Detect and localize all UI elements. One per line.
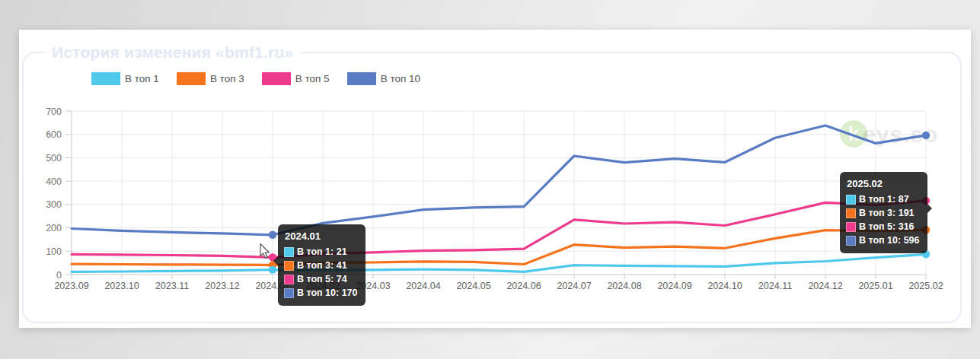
y-axis-label: 600 [46,129,62,140]
tooltip-row: В топ 1: 87 [846,194,920,205]
x-axis-label: 2023.11 [155,281,189,291]
tooltip-swatch-top3-icon [846,208,856,218]
x-axis-label: 2024.07 [557,281,591,291]
tooltip-swatch-top1-icon [846,195,856,205]
mouse-cursor-icon [260,243,272,260]
tooltip-header: 2024.01 [285,230,358,242]
data-point-dot[interactable] [922,132,930,139]
y-axis-label: 300 [46,199,62,210]
tooltip-row-text: В топ 10: 596 [859,235,920,246]
chart-card: История изменения «bmf1.ru» В топ 1 В то… [19,30,971,328]
tooltip-row: В топ 10: 170 [284,288,358,298]
page-background: История изменения «bmf1.ru» В топ 1 В то… [0,0,980,359]
x-axis-label: 2023.12 [205,281,239,291]
x-axis-label: 2025.01 [858,281,892,291]
tooltip-2025-02: 2025.02 В топ 1: 87 В топ 3: 191 В топ 5… [840,172,927,253]
y-axis-label: 400 [46,176,62,187]
tooltip-swatch-top5-icon [846,222,856,232]
x-axis-label: 2024.06 [506,281,541,291]
series-line [72,230,926,265]
y-axis-label: 100 [46,246,62,257]
tooltip-row: В топ 5: 74 [284,274,358,284]
data-point-dot[interactable] [269,265,276,273]
tooltip-swatch-top1-icon [284,247,294,257]
series-line [72,125,926,235]
data-point-dot[interactable] [269,231,276,239]
x-axis-label: 2024.11 [758,281,792,291]
x-axis-label: 2024.10 [707,281,742,291]
tooltip-row: В топ 1: 21 [284,246,358,257]
tooltip-swatch-top10-icon [846,236,856,246]
x-axis-label: 2024.12 [808,281,842,291]
tooltip-row-text: В топ 5: 74 [297,274,347,284]
tooltip-row-text: В топ 1: 21 [297,246,347,257]
tooltip-2024-01: 2024.01 В топ 1: 21 В топ 3: 41 В топ 5:… [278,224,366,306]
tooltip-swatch-top3-icon [284,261,294,271]
y-axis-label: 0 [56,270,62,281]
y-axis-label: 700 [46,106,62,117]
tooltip-swatch-top5-icon [284,275,294,284]
tooltip-row: В топ 3: 191 [846,208,920,218]
line-chart[interactable]: 01002003004005006007002023.092023.102023… [19,30,971,328]
x-axis-label: 2024.04 [406,281,440,291]
x-axis-label: 2025.02 [908,281,943,291]
x-axis-label: 2024.09 [657,281,691,291]
tooltip-caret-icon [273,256,278,265]
tooltip-row-text: В топ 5: 316 [859,221,915,232]
tooltip-row-text: В топ 3: 191 [859,208,915,218]
tooltip-row-text: В топ 1: 87 [859,194,909,205]
x-axis-label: 2024.05 [456,281,490,291]
x-axis-label: 2024.08 [607,281,641,291]
tooltip-caret-icon [927,204,932,213]
tooltip-row-text: В топ 10: 170 [297,288,358,298]
tooltip-row: В топ 3: 41 [284,260,358,271]
tooltip-row-text: В топ 3: 41 [297,260,347,271]
x-axis-label: 2023.09 [54,281,88,291]
tooltip-header: 2025.02 [847,178,920,189]
y-axis-label: 500 [46,153,62,164]
tooltip-row: В топ 5: 316 [846,221,920,232]
x-axis-label: 2023.10 [104,281,139,291]
tooltip-swatch-top10-icon [284,288,294,298]
y-axis-label: 200 [46,223,62,234]
series-line [72,201,926,257]
tooltip-row: В топ 10: 596 [846,235,920,246]
